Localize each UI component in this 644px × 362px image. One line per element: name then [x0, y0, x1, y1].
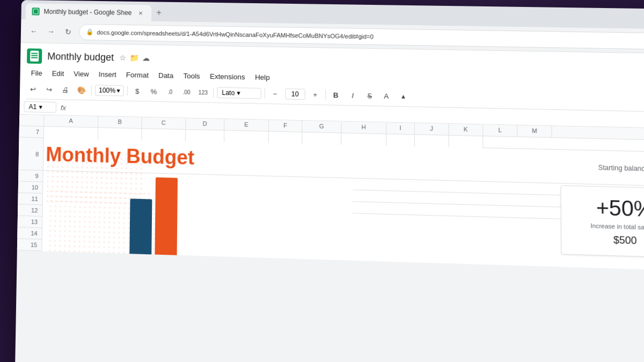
forward-button[interactable]: →: [45, 25, 57, 38]
format-123-button[interactable]: 123: [196, 86, 210, 99]
title-icons: ☆ 📁 ☁: [119, 53, 150, 62]
cell-A8-heading[interactable]: Monthly Budget: [43, 138, 274, 176]
doc-title[interactable]: Monthly budget: [47, 50, 114, 63]
folder-icon[interactable]: 📁: [130, 54, 139, 62]
menu-edit[interactable]: Edit: [48, 67, 69, 80]
percent-button[interactable]: %: [147, 85, 160, 98]
back-button[interactable]: ←: [27, 25, 40, 38]
budget-heading: Monthly Budget: [46, 143, 194, 169]
print-button[interactable]: 🖨: [58, 83, 72, 97]
redo-button[interactable]: ↪: [42, 83, 56, 96]
bar-chart: [129, 176, 178, 255]
menu-insert[interactable]: Insert: [94, 68, 121, 81]
cloud-icon[interactable]: ☁: [142, 54, 150, 62]
font-size-decrease-button[interactable]: −: [268, 87, 282, 100]
font-name: Lato: [222, 89, 235, 97]
font-size-increase-button[interactable]: +: [309, 88, 322, 101]
paint-format-button[interactable]: 🎨: [75, 83, 88, 97]
strikethrough-button[interactable]: S̶: [363, 89, 376, 102]
font-selector[interactable]: Lato ▾: [217, 87, 261, 99]
sheets-logo: [27, 48, 42, 64]
zoom-select[interactable]: 100% ▾: [95, 85, 124, 96]
sheets-logo-inner: [30, 50, 39, 61]
tab-close-button[interactable]: ✕: [136, 9, 144, 17]
currency-button[interactable]: $: [130, 84, 144, 98]
menu-view[interactable]: View: [69, 68, 93, 80]
fx-label: fx: [61, 104, 66, 112]
toolbar-separator-4: [265, 88, 265, 98]
font-size-input[interactable]: 10: [285, 88, 305, 100]
italic-button[interactable]: I: [346, 88, 359, 102]
reload-button[interactable]: ↻: [62, 25, 75, 38]
sheet-body: A B C D E F G H I J K L M 7: [17, 115, 644, 271]
url-text: docs.google.com/spreadsheets/d/1-A54d6Vr…: [97, 29, 374, 40]
undo-button[interactable]: ↩: [26, 83, 39, 96]
decimal-less-button[interactable]: .0: [164, 85, 177, 99]
screen-wrapper: Monthly budget - Google Shee ✕ + ← → ↻ 🔒…: [0, 0, 644, 362]
stat-dollar: $500: [571, 233, 644, 248]
lock-icon: 🔒: [86, 28, 93, 35]
cell-reference[interactable]: A1 ▾: [24, 101, 56, 113]
browser-window: Monthly budget - Google Shee ✕ + ← → ↻ 🔒…: [15, 0, 644, 362]
spreadsheet-area: A B C D E F G H I J K L M 7: [17, 115, 644, 271]
tab-title: Monthly budget - Google Shee: [43, 8, 131, 17]
bold-button[interactable]: B: [329, 88, 342, 101]
font-dropdown-icon: ▾: [237, 89, 240, 97]
fill-color-button[interactable]: ▲: [397, 90, 410, 103]
zoom-dropdown-icon: ▾: [116, 87, 120, 94]
menu-file[interactable]: File: [26, 67, 46, 79]
starting-balance-row: Starting balance: $1,000: [598, 161, 644, 176]
toolbar-separator-5: [325, 90, 326, 100]
cell-ref-dropdown-icon: ▾: [39, 103, 42, 110]
text-color-button[interactable]: A: [379, 89, 393, 102]
tab-favicon: [32, 8, 39, 15]
starting-balance-label: Starting balance:: [598, 164, 644, 173]
decimal-more-button[interactable]: .00: [180, 85, 193, 99]
